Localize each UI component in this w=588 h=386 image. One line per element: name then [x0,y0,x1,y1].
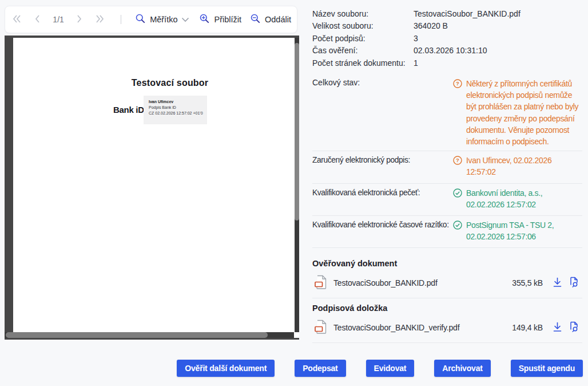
zoom-out-label: Oddálit [265,15,291,24]
svg-text:?: ? [456,157,459,163]
zoom-in-button[interactable]: Přiblížit [199,13,241,26]
meta-label: Název souboru: [312,9,414,18]
meta-value: TestovaciSoubor_BANKID.pdf [414,9,521,18]
meta-row-verification-time: Čas ověření: 02.03.2026 10:31:10 [312,46,582,58]
bankid-logo: Bank iD [113,105,144,115]
file-row-signature-clause: TestovaciSoubor_BANKID_verify.pdf 149,4 … [312,314,582,343]
check-circle-icon [453,188,462,199]
chevron-left-icon [34,14,41,25]
signature-value-text: Ivan Ufimcev, 02.02.2026 12:57:02 [466,155,582,178]
meta-value: 02.03.2026 10:31:10 [414,46,487,55]
magnifier-plus-icon [199,13,210,26]
chevron-right-icon [76,14,83,25]
signature-label: Zaručený elektronický podpis: [312,155,410,178]
download-file-button[interactable] [553,277,562,289]
pdf-file-icon [315,275,327,291]
zoom-out-button[interactable]: Oddálit [250,13,291,26]
preview-file-button[interactable] [569,321,579,334]
document-preview-icon [569,321,579,334]
download-file-button[interactable] [553,322,562,334]
scale-label: Měřítko [150,15,177,24]
zoom-in-label: Přiblížit [214,15,241,24]
scale-dropdown[interactable]: Měřítko [135,13,189,26]
signature-row-advanced: Zaručený elektronický podpis: ? Ivan Ufi… [312,151,582,183]
vertical-scrollbar[interactable] [295,38,299,332]
last-page-button[interactable] [94,12,106,27]
chevron-down-icon [181,15,189,24]
verified-document-section-title: Ověřovaný dokument [312,259,582,268]
magnifier-minus-icon [250,13,261,26]
signature-label: Kvalifikovaná elektronická pečeť: [312,187,420,210]
meta-label: Počet podpisů: [312,34,414,43]
meta-row-signature-count: Počet podpisů: 3 [312,34,582,46]
run-agenda-button[interactable]: Spustit agendu [511,360,583,377]
stamp-timestamp: CZ 02.02.2026 12:57:02 +01'0 [149,111,207,115]
download-icon [553,277,562,289]
vertical-scrollbar-thumb[interactable] [295,43,299,220]
meta-label: Čas ověření: [312,46,414,55]
meta-value: 364020 B [414,21,448,30]
meta-value: 1 [414,58,418,68]
pdf-page: Testovací soubor Bank iD Ivan Ufimcev Po… [13,38,295,332]
previous-page-button[interactable] [31,12,43,27]
horizontal-scrollbar[interactable] [5,332,294,338]
verification-details-panel: Název souboru: TestovaciSoubor_BANKID.pd… [312,9,582,343]
check-circle-icon [453,220,462,231]
verify-another-document-button[interactable]: Ověřit další dokument [177,360,275,377]
pdf-toolbar: 1/1 Měřítko Přiblížit Oddálit [5,6,297,33]
first-page-button[interactable] [11,12,23,27]
toolbar-divider [121,15,121,24]
file-size: 149,4 kB [512,323,543,332]
next-page-button[interactable] [74,12,86,27]
pdf-file-icon [315,320,327,336]
signature-clause-section-title: Podpisová doložka [312,304,582,313]
signature-value: Bankovní identita, a.s., 02.02.2026 12:5… [453,187,582,210]
action-bar: Ověřit další dokument Podepsat Evidovat … [0,360,583,377]
sign-button[interactable]: Podepsat [295,360,345,377]
stamp-signer-name: Ivan Ufimcev [149,100,207,104]
meta-label: Velikost souboru: [312,21,414,30]
preview-file-button[interactable] [569,277,579,289]
overall-status-value: ? Některý z přítomných certifikátů elekt… [453,78,582,147]
signature-stamp: Ivan Ufimcev Podpis Bank iD CZ 02.02.202… [144,96,207,124]
meta-label: Počet stránek dokumentu: [312,58,414,68]
download-icon [553,322,562,334]
signature-value-text: PostSignum TSA - TSU 2, 02.02.2026 12:57… [466,219,582,242]
magnifier-icon [135,13,146,26]
svg-text:?: ? [456,80,459,86]
signature-row-seal: Kvalifikovaná elektronická pečeť: Bankov… [312,184,582,216]
signature-label: Kvalifikované elektronické časové razítk… [312,219,449,242]
signature-row-timestamp: Kvalifikované elektronické časové razítk… [312,216,582,248]
overall-status-text: Některý z přítomných certifikátů elektro… [466,78,582,147]
chevron-double-right-icon [94,14,105,25]
overall-status-row: Celkový stav: ? Některý z přítomných cer… [312,78,582,151]
document-preview-icon [569,277,579,289]
pdf-document-title: Testovací soubor [13,78,295,88]
file-name: TestovaciSoubor_BANKID_verify.pdf [333,323,505,332]
register-button[interactable]: Evidovat [366,360,415,377]
pdf-viewer: Testovací soubor Bank iD Ivan Ufimcev Po… [5,36,299,340]
stamp-signature-type: Podpis Bank iD [149,105,207,109]
meta-row-page-count: Počet stránek dokumentu: 1 [312,58,582,70]
archive-button[interactable]: Archivovat [434,360,490,377]
scrollbar-corner [294,332,299,338]
page-indicator: 1/1 [48,15,69,24]
question-circle-icon: ? [453,79,462,90]
meta-value: 3 [414,34,418,43]
signature-value-text: Bankovní identita, a.s., 02.02.2026 12:5… [466,187,582,210]
overall-status-label: Celkový stav: [312,78,360,147]
chevron-double-left-icon [12,14,22,25]
question-circle-icon: ? [453,156,462,167]
meta-row-filename: Název souboru: TestovaciSoubor_BANKID.pd… [312,9,582,21]
file-name: TestovaciSoubor_BANKID.pdf [333,278,505,287]
file-row-verified-document: TestovaciSoubor_BANKID.pdf 355,5 kB [312,269,582,298]
signature-value: PostSignum TSA - TSU 2, 02.02.2026 12:57… [453,219,582,242]
meta-row-filesize: Velikost souboru: 364020 B [312,21,582,33]
file-size: 355,5 kB [512,278,543,287]
horizontal-scrollbar-thumb[interactable] [6,332,268,338]
signature-value: ? Ivan Ufimcev, 02.02.2026 12:57:02 [453,155,582,178]
